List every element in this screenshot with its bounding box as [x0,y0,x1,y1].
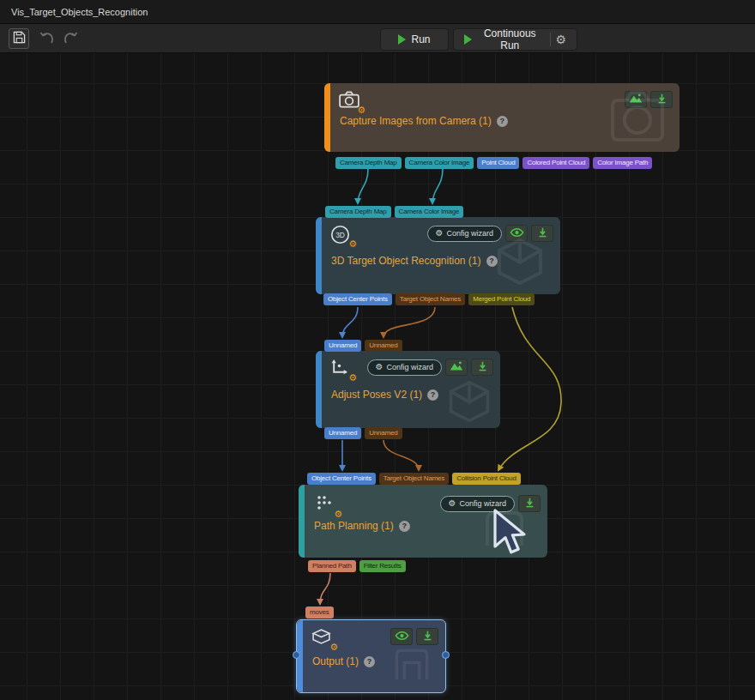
capture-output-ports: Camera Depth Map Camera Color Image Poin… [335,157,652,169]
wire-merged-point-cloud[interactable] [498,307,561,470]
port-point-cloud[interactable]: Point Cloud [477,157,519,169]
show-image-button[interactable] [445,359,468,376]
mouse-cursor [492,509,531,560]
continuous-run-divider [550,33,551,46]
output-input-ports: moves [305,606,334,619]
node-title: Path Planning (1) [314,520,394,532]
run-button[interactable]: Run [380,28,449,51]
titlebar: Vis_Target_Objects_Recognition [0,0,755,24]
config-wizard-button[interactable]: ⚙ Config wizard [367,359,443,376]
path-planning-output-ports: Planned Path Filter Results [308,560,406,572]
run-play-icon [398,34,406,45]
node-accent-stripe [316,217,322,294]
help-badge[interactable]: ? [399,521,410,532]
download-button[interactable] [471,359,493,376]
visibility-button[interactable] [390,628,413,645]
continuous-run-play-icon [464,34,472,45]
continuous-run-settings-icon[interactable]: ⚙ [555,33,566,45]
svg-text:3D: 3D [335,231,345,239]
output-watermark-icon [390,646,433,689]
node-capture-images[interactable]: ⚙ Capture Images from Camera (1) ? [324,83,680,152]
help-badge[interactable]: ? [364,656,375,667]
image-icon [449,360,464,374]
port-target-object-names-in[interactable]: Target Object Names [379,473,449,485]
port-planned-path[interactable]: Planned Path [308,560,356,572]
port-unnamed-in-2[interactable]: Unnamed [365,340,402,352]
path-planning-input-ports: Object Center Points Target Object Names… [307,473,521,485]
help-badge[interactable]: ? [497,116,508,127]
undo-icon [39,32,54,46]
download-button[interactable] [416,628,438,645]
help-badge[interactable]: ? [486,256,498,267]
port-object-center-points[interactable]: Object Center Points [323,293,392,305]
gear-badge-icon: ⚙ [348,239,357,249]
gear-badge-icon: ⚙ [329,643,338,652]
port-unnamed-out-1[interactable]: Unnamed [324,427,361,439]
continuous-run-button[interactable]: Continuous Run ⚙ [453,28,577,51]
port-merged-point-cloud[interactable]: Merged Point Cloud [468,293,535,305]
port-collision-point-cloud-in[interactable]: Collision Point Cloud [452,473,521,485]
adjust-output-ports: Unnamed Unnamed [324,427,402,439]
port-unnamed-out-2[interactable]: Unnamed [365,427,402,439]
undo-button[interactable] [36,28,57,49]
port-camera-color-image-in[interactable]: Camera Color Image [395,206,464,218]
node-left-handle[interactable] [293,651,300,659]
config-gear-icon: ⚙ [449,499,456,508]
wire-depth-map[interactable] [358,169,368,203]
gear-badge-icon: ⚙ [357,106,365,115]
node-title: Adjust Poses V2 (1) [331,389,422,401]
adjust-input-ports: Unnamed Unnamed [324,340,402,352]
cube-watermark-icon [447,380,492,426]
save-button[interactable] [9,28,29,49]
help-badge[interactable]: ? [427,389,438,401]
node-accent-stripe [316,351,322,428]
save-icon [13,31,26,46]
run-label: Run [411,33,430,45]
port-color-image-path[interactable]: Color Image Path [593,157,652,169]
port-camera-color-image[interactable]: Camera Color Image [405,157,474,169]
config-wizard-button[interactable]: ⚙ Config wizard [427,226,503,242]
node-adjust-poses-v2[interactable]: ⚙ Adjust Poses V2 (1) ? ⚙ Config wizard [316,351,500,428]
gear-badge-icon: ⚙ [348,373,357,383]
wire-center-points-1[interactable] [342,307,358,337]
node-title: Capture Images from Camera (1) [340,115,492,127]
port-camera-depth-map[interactable]: Camera Depth Map [335,157,402,169]
download-button[interactable] [650,91,673,108]
toolbar [0,24,755,53]
download-button[interactable] [531,225,553,242]
node-title: 3D Target Object Recognition (1) [331,255,481,267]
window-title: Vis_Target_Objects_Recognition [0,7,148,17]
path-planning-icon: ⚙ [316,495,338,516]
node-title: Output (1) [312,655,359,667]
wire-object-names-2[interactable] [384,440,419,470]
port-unnamed-in-1[interactable]: Unnamed [324,340,361,352]
port-object-center-points-in[interactable]: Object Center Points [307,473,376,485]
adjust-poses-icon: ⚙ [330,359,353,379]
node-right-handle[interactable] [442,651,450,659]
port-colored-point-cloud[interactable]: Colored Point Cloud [522,157,589,169]
download-icon [477,360,488,375]
wire-object-names-1[interactable] [384,307,435,337]
show-image-button[interactable] [625,91,647,108]
wire-color-image[interactable] [432,169,443,203]
download-icon [537,226,548,241]
config-gear-icon: ⚙ [436,229,444,238]
node-3d-target-object-recognition[interactable]: 3D ⚙ 3D Target Object Recognition (1) ? … [316,217,560,294]
gear-badge-icon: ⚙ [334,510,342,519]
visibility-button[interactable] [505,225,528,242]
port-target-object-names[interactable]: Target Object Names [396,293,465,305]
output-box-icon: ⚙ [311,628,334,649]
config-wizard-label: Config wizard [459,499,506,508]
port-moves-in[interactable]: moves [305,606,334,619]
node-graph-world: ⚙ Capture Images from Camera (1) ? [0,0,755,700]
node-output[interactable]: ⚙ Output (1) ? [296,619,446,693]
image-icon [628,93,643,106]
recognition-input-ports: Camera Depth Map Camera Color Image [325,206,463,218]
wire-planned-path[interactable] [320,573,330,604]
redo-button[interactable] [60,28,81,49]
node-accent-stripe [324,83,330,152]
port-filter-results[interactable]: Filter Results [359,560,406,572]
download-icon [656,93,667,107]
config-wizard-label: Config wizard [446,229,493,238]
port-camera-depth-map-in[interactable]: Camera Depth Map [325,206,391,218]
